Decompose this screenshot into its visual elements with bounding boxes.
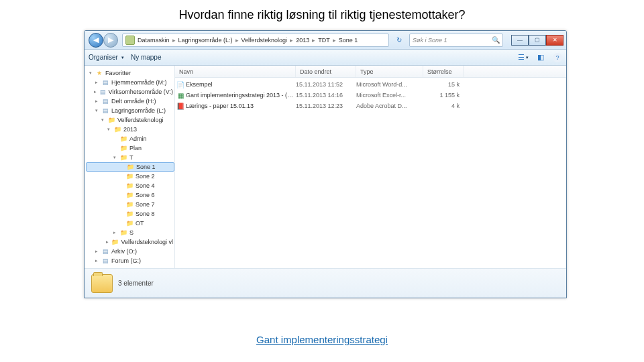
tree-item[interactable]: ▸📁S bbox=[86, 228, 174, 237]
col-name[interactable]: Navn bbox=[175, 66, 296, 77]
folder-icon: 📁 bbox=[125, 220, 133, 227]
crumb[interactable]: 2013 bbox=[296, 37, 309, 44]
tree-item[interactable]: ▸▤Arkiv (O:) bbox=[86, 247, 174, 256]
organize-button[interactable]: Organiser bbox=[89, 54, 124, 61]
file-date: 15.11.2013 12:23 bbox=[296, 103, 356, 109]
new-folder-button[interactable]: Ny mappe bbox=[131, 54, 162, 61]
tree-item[interactable]: 📁Sone 6 bbox=[86, 190, 174, 200]
file-type: Adobe Acrobat D... bbox=[356, 103, 423, 109]
chevron-right-icon: ▸ bbox=[288, 37, 294, 44]
file-date: 15.11.2013 11:52 bbox=[296, 81, 356, 88]
drive-icon: ▤ bbox=[101, 107, 109, 114]
refresh-button[interactable]: ↻ bbox=[393, 34, 405, 46]
sidebar-tree: ▾★Favoritter▸▤Hjemmeområde (M:)▸▤Virksom… bbox=[85, 66, 175, 268]
crumb[interactable]: Sone 1 bbox=[339, 37, 358, 44]
tree-item-label: Sone 7 bbox=[136, 201, 155, 208]
titlebar: ◀ ▶ Datamaskin▸ Lagringsområde (L:)▸ Vel… bbox=[85, 31, 566, 50]
nav-back-button[interactable]: ◀ bbox=[89, 33, 103, 48]
tree-item[interactable]: ▾📁2013 bbox=[86, 125, 174, 134]
file-date: 15.11.2013 14:16 bbox=[296, 92, 356, 99]
crumb[interactable]: Lagringsområde (L:) bbox=[178, 37, 233, 44]
view-options-button[interactable]: ☰ bbox=[518, 52, 529, 63]
tree-item-label: Forum (G:) bbox=[111, 257, 141, 264]
tree-item-label: Arkiv (O:) bbox=[111, 248, 137, 255]
expand-arrow-icon[interactable]: ▸ bbox=[93, 89, 98, 95]
details-count: 3 elementer bbox=[118, 280, 154, 287]
explorer-window: ◀ ▶ Datamaskin▸ Lagringsområde (L:)▸ Vel… bbox=[84, 30, 567, 298]
tree-item-label: Sone 6 bbox=[136, 192, 155, 198]
col-type[interactable]: Type bbox=[356, 66, 423, 77]
tree-item-label: OT bbox=[136, 220, 144, 227]
expand-arrow-icon[interactable]: ▾ bbox=[94, 108, 99, 113]
tree-item[interactable]: 📁Plan bbox=[86, 143, 174, 153]
tree-item[interactable]: ▾★Favoritter bbox=[86, 68, 174, 78]
file-row[interactable]: ▦Gant implementeringsstrategi 2013 - (1)… bbox=[175, 90, 566, 101]
expand-arrow-icon[interactable]: ▸ bbox=[112, 230, 117, 235]
expand-arrow-icon[interactable]: ▾ bbox=[100, 117, 105, 123]
arrow-right-icon: ▶ bbox=[108, 36, 113, 44]
tree-item[interactable]: 📁Sone 4 bbox=[86, 181, 174, 190]
expand-arrow-icon[interactable]: ▸ bbox=[94, 99, 99, 104]
folder-icon: 📁 bbox=[113, 126, 121, 133]
file-size: 1 155 k bbox=[423, 92, 464, 99]
expand-arrow-icon[interactable]: ▾ bbox=[106, 127, 111, 132]
tree-item[interactable]: ▸▤Delt område (H:) bbox=[86, 97, 174, 106]
file-name: Gant implementeringsstrategi 2013 - (1) … bbox=[186, 92, 296, 99]
file-row[interactable]: 📕Lærings - paper 15.01.1315.11.2013 12:2… bbox=[175, 101, 566, 111]
tree-item[interactable]: ▾▤Lagringsområde (L:) bbox=[86, 106, 174, 115]
search-input[interactable]: Søk i Sone 1 🔍 bbox=[409, 34, 503, 47]
tree-item[interactable]: 📁Admin bbox=[86, 134, 174, 143]
file-name: Eksempel bbox=[186, 81, 296, 88]
expand-arrow-icon[interactable]: ▸ bbox=[94, 258, 99, 263]
folder-icon: 📁 bbox=[111, 239, 119, 245]
expand-arrow-icon[interactable]: ▾ bbox=[88, 70, 93, 76]
details-pane: 3 elementer bbox=[85, 268, 566, 298]
file-type: Microsoft Word-d... bbox=[356, 81, 423, 88]
expand-arrow-icon[interactable]: ▸ bbox=[105, 239, 109, 245]
expand-arrow-icon[interactable]: ▸ bbox=[94, 80, 99, 85]
tree-item-label: Plan bbox=[129, 145, 142, 152]
preview-pane-button[interactable]: ◧ bbox=[535, 52, 546, 63]
nav-forward-button[interactable]: ▶ bbox=[103, 33, 118, 48]
tree-item[interactable]: ▸▤Hjemmeområde (M:) bbox=[86, 78, 174, 87]
help-button[interactable]: ? bbox=[553, 53, 562, 62]
expand-arrow-icon[interactable]: ▸ bbox=[94, 249, 99, 254]
file-row[interactable]: 📄Eksempel15.11.2013 11:52Microsoft Word-… bbox=[175, 79, 566, 90]
crumb[interactable]: Datamaskin bbox=[138, 37, 170, 44]
col-date[interactable]: Dato endret bbox=[296, 66, 356, 77]
tree-item[interactable]: ▾📁Velferdsteknologi bbox=[86, 115, 174, 125]
expand-arrow-icon[interactable]: ▾ bbox=[112, 155, 117, 160]
tree-item[interactable]: 📁Sone 2 bbox=[86, 172, 174, 181]
tree-item[interactable]: ▸▤Forum (G:) bbox=[86, 256, 174, 265]
tree-item-label: Delt område (H:) bbox=[111, 98, 156, 105]
close-button[interactable]: ✕ bbox=[546, 35, 564, 46]
tree-item-label: Virksomhetsområde (V:) bbox=[108, 88, 173, 95]
tree-item[interactable]: ▸📁Velferdsteknologi vl bbox=[86, 237, 174, 247]
tree-item[interactable]: 📁Sone 7 bbox=[86, 200, 174, 209]
slide-title: Hvordan finne riktig løsning til riktig … bbox=[0, 8, 644, 22]
chevron-right-icon: ▸ bbox=[234, 37, 240, 44]
col-size[interactable]: Størrelse bbox=[423, 66, 464, 77]
file-name: Lærings - paper 15.01.13 bbox=[186, 103, 296, 109]
drive-icon: ▤ bbox=[99, 88, 106, 95]
column-headers: Navn Dato endret Type Størrelse bbox=[175, 66, 566, 78]
tree-item-label: T bbox=[129, 154, 133, 161]
favorites-icon: ★ bbox=[95, 70, 103, 76]
arrow-left-icon: ◀ bbox=[93, 36, 99, 44]
tree-item[interactable]: ▸▤Virksomhetsområde (V:) bbox=[86, 87, 174, 97]
crumb[interactable]: Velferdsteknologi bbox=[241, 37, 288, 44]
tree-item[interactable]: 📁Sone 8 bbox=[86, 209, 174, 219]
file-size: 4 k bbox=[423, 103, 464, 109]
folder-icon: 📁 bbox=[125, 201, 133, 208]
tree-item[interactable]: 📁OT bbox=[86, 219, 174, 228]
maximize-button[interactable]: ▢ bbox=[529, 35, 546, 46]
tree-item[interactable]: ▾📁T bbox=[86, 153, 174, 162]
toolbar: Organiser Ny mappe ☰ ◧ ? bbox=[85, 50, 566, 66]
minimize-button[interactable]: — bbox=[511, 35, 529, 46]
chevron-right-icon: ▸ bbox=[331, 37, 337, 44]
breadcrumb[interactable]: Datamaskin▸ Lagringsområde (L:)▸ Velferd… bbox=[122, 34, 389, 47]
slide-hyperlink[interactable]: Gant implementeringsstrategi bbox=[0, 334, 644, 345]
tree-item-label: Favoritter bbox=[105, 70, 131, 76]
crumb[interactable]: TDT bbox=[318, 37, 330, 44]
tree-item[interactable]: 📁Sone 1 bbox=[86, 162, 174, 172]
